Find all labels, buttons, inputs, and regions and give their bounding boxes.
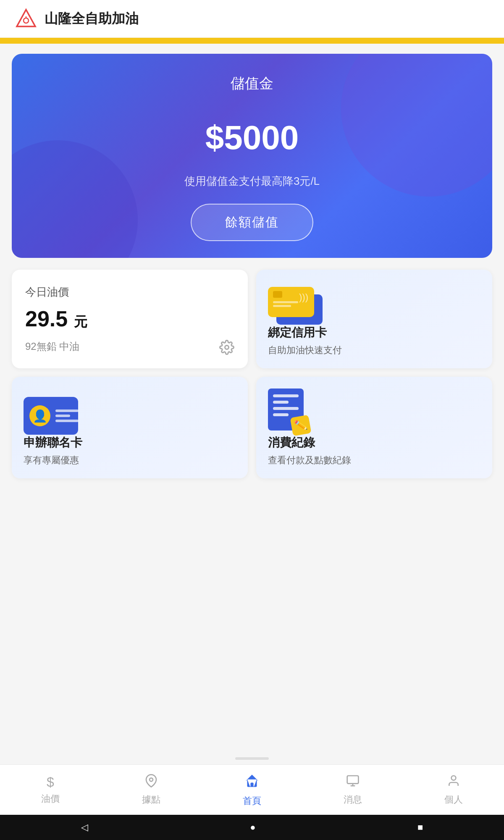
nav-item-home[interactable]: 首頁 (202, 765, 302, 815)
yellow-bar (0, 38, 504, 44)
credit-card-subtitle: 自助加油快速支付 (268, 344, 480, 357)
oil-price-desc: 92無鉛 中油 (25, 340, 234, 353)
header: 山隆全自助加油 (0, 0, 504, 38)
oil-price-title: 今日油價 (25, 285, 234, 299)
messages-nav-label: 消息 (344, 793, 362, 806)
credit-card-title: 綁定信用卡 (268, 325, 480, 341)
home-button[interactable]: ● (250, 822, 255, 833)
oil-price-nav-icon: $ (47, 774, 54, 790)
receipt-icon: ✏️ (268, 388, 310, 435)
credit-card-feature[interactable]: ))) 綁定信用卡 自助加油快速支付 (256, 270, 492, 368)
membership-card-feature[interactable]: 👤 申辦聯名卡 享有專屬優惠 (12, 377, 248, 478)
back-button[interactable]: ◁ (81, 822, 88, 833)
recent-button[interactable]: ■ (417, 822, 423, 833)
home-indicator (235, 757, 269, 760)
recharge-button[interactable]: 餘額儲值 (191, 204, 313, 241)
home-nav-icon (244, 773, 260, 792)
nav-item-profile[interactable]: 個人 (403, 765, 504, 815)
svg-point-8 (452, 776, 456, 780)
balance-amount: $5000 (205, 118, 299, 157)
bottom-navigation: $ 油價 據點 首頁 消息 個人 (0, 764, 504, 815)
messages-nav-icon (346, 774, 360, 791)
records-subtitle: 查看付款及點數紀錄 (268, 454, 480, 467)
locations-nav-label: 據點 (142, 793, 160, 806)
svg-point-3 (225, 346, 229, 349)
records-title: 消費紀錄 (268, 435, 480, 451)
oil-price-card: 今日油價 29.5 元 92無鉛 中油 (12, 270, 248, 368)
logo-icon (15, 8, 37, 30)
balance-card: 儲值金 $5000 使用儲值金支付最高降3元/L 餘額儲值 (12, 54, 492, 258)
balance-label: 儲值金 (231, 74, 273, 93)
app-title: 山隆全自助加油 (45, 10, 139, 28)
locations-nav-icon (144, 774, 158, 791)
svg-point-4 (150, 778, 153, 781)
settings-icon[interactable] (219, 340, 234, 355)
svg-rect-5 (347, 776, 359, 784)
records-feature[interactable]: ✏️ 消費紀錄 查看付款及點數紀錄 (256, 377, 492, 478)
nav-item-messages[interactable]: 消息 (302, 765, 403, 815)
features-grid: 今日油價 29.5 元 92無鉛 中油 )) (12, 270, 492, 478)
system-bar: ◁ ● ■ (0, 815, 504, 840)
main-content: 儲值金 $5000 使用儲值金支付最高降3元/L 餘額儲值 今日油價 29.5 … (0, 44, 504, 840)
balance-hint: 使用儲值金支付最高降3元/L (184, 174, 320, 189)
nav-item-oil-price[interactable]: $ 油價 (0, 765, 101, 815)
home-nav-label: 首頁 (243, 795, 261, 807)
membership-subtitle: 享有專屬優惠 (24, 454, 236, 467)
oil-price-nav-label: 油價 (41, 793, 60, 805)
nav-item-locations[interactable]: 據點 (101, 765, 202, 815)
svg-point-1 (24, 18, 29, 23)
profile-nav-label: 個人 (444, 793, 463, 806)
oil-price-value: 29.5 元 (25, 306, 234, 331)
profile-nav-icon (447, 774, 460, 791)
credit-card-icon: ))) (268, 287, 323, 325)
membership-card-icon: 👤 (24, 397, 78, 435)
membership-title: 申辦聯名卡 (24, 435, 236, 451)
